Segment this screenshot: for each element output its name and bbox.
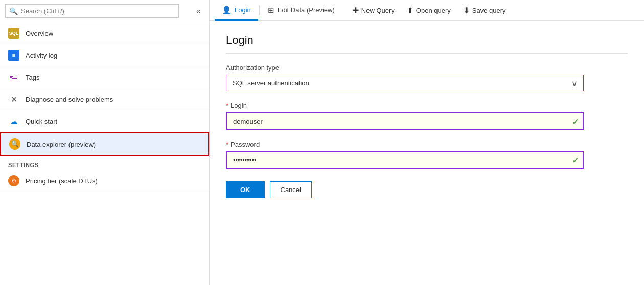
- ok-button[interactable]: OK: [226, 181, 265, 198]
- diagnose-icon: ✕: [8, 93, 19, 105]
- sidebar-item-quick-start[interactable]: ☁ Quick start: [0, 110, 209, 132]
- tab-login[interactable]: 👤 Login: [215, 1, 258, 21]
- new-query-icon: ✚: [352, 6, 359, 15]
- password-field-label: *Password: [226, 140, 628, 148]
- sidebar-item-label: Quick start: [26, 117, 57, 125]
- login-field-group: *Login ✓: [226, 102, 628, 130]
- auth-type-group: Authorization type SQL server authentica…: [226, 64, 628, 91]
- save-query-label: Save query: [472, 7, 506, 14]
- sidebar-item-label: Activity log: [26, 52, 57, 59]
- password-input-wrap: ✓: [226, 151, 584, 169]
- tags-icon: 🏷: [8, 72, 19, 83]
- search-bar: 🔍 «: [0, 0, 209, 22]
- tab-bar: 👤 Login ⊞ Edit Data (Preview) ✚ New Quer…: [210, 0, 644, 21]
- form-buttons: OK Cancel: [226, 181, 628, 198]
- search-icon: 🔍: [9, 7, 18, 15]
- login-tab-icon: 👤: [222, 6, 232, 15]
- content-area: Login Authorization type SQL server auth…: [210, 21, 644, 285]
- new-query-label: New Query: [361, 7, 395, 14]
- tab-edit-data-label: Edit Data (Preview): [278, 6, 335, 14]
- password-field-group: *Password ✓: [226, 140, 628, 169]
- pricing-tier-icon: ⚙: [8, 175, 19, 186]
- sidebar-item-label: Tags: [26, 74, 39, 81]
- sidebar-item-label: Diagnose and solve problems: [26, 96, 113, 103]
- nav-list: SQL Overview ≡ Activity log 🏷 Tags ✕ Dia…: [0, 22, 209, 285]
- login-input[interactable]: [226, 112, 584, 130]
- login-check-icon: ✓: [572, 116, 579, 126]
- login-field-label: *Login: [226, 102, 628, 109]
- sidebar-item-overview[interactable]: SQL Overview: [0, 22, 209, 44]
- auth-type-label: Authorization type: [226, 64, 628, 72]
- open-query-icon: ⬆: [407, 6, 413, 15]
- auth-type-select[interactable]: SQL server authentication: [226, 75, 584, 91]
- cancel-button[interactable]: Cancel: [270, 181, 312, 198]
- password-check-icon: ✓: [572, 155, 579, 165]
- tab-login-label: Login: [235, 6, 251, 14]
- search-input[interactable]: [5, 4, 179, 18]
- activity-log-icon: ≡: [8, 50, 19, 61]
- tab-edit-data[interactable]: ⊞ Edit Data (Preview): [261, 1, 342, 21]
- open-query-button[interactable]: ⬆ Open query: [402, 3, 456, 18]
- login-required-star: *: [226, 102, 228, 109]
- tab-separator: [259, 5, 260, 15]
- sidebar-item-diagnose[interactable]: ✕ Diagnose and solve problems: [0, 88, 209, 110]
- toolbar-buttons: ✚ New Query ⬆ Open query ⬇ Save query: [347, 3, 511, 18]
- sidebar-item-data-explorer[interactable]: 🔍 Data explorer (preview): [0, 132, 209, 156]
- sidebar: 🔍 « SQL Overview ≡ Activity log 🏷 Tags: [0, 0, 210, 285]
- settings-section-header: SETTINGS: [0, 156, 209, 170]
- login-input-wrap: ✓: [226, 112, 584, 130]
- new-query-button[interactable]: ✚ New Query: [347, 3, 400, 18]
- data-explorer-icon: 🔍: [9, 138, 20, 150]
- open-query-label: Open query: [416, 7, 451, 14]
- collapse-sidebar-button[interactable]: «: [193, 5, 204, 18]
- auth-type-select-wrap: SQL server authentication ∨: [226, 75, 584, 91]
- main-area: 👤 Login ⊞ Edit Data (Preview) ✚ New Quer…: [210, 0, 644, 285]
- save-query-button[interactable]: ⬇ Save query: [458, 3, 511, 18]
- sidebar-item-label: Data explorer (preview): [27, 140, 96, 148]
- edit-data-tab-icon: ⊞: [268, 6, 274, 15]
- sidebar-item-activity-log[interactable]: ≡ Activity log: [0, 44, 209, 66]
- quick-start-icon: ☁: [8, 115, 19, 127]
- page-title: Login: [226, 34, 628, 54]
- save-query-icon: ⬇: [463, 6, 470, 15]
- overview-icon: SQL: [8, 28, 19, 39]
- password-input[interactable]: [226, 151, 584, 169]
- sidebar-item-tags[interactable]: 🏷 Tags: [0, 66, 209, 88]
- sidebar-item-label: Pricing tier (scale DTUs): [26, 177, 98, 185]
- sidebar-item-label: Overview: [26, 30, 53, 37]
- sidebar-item-pricing-tier[interactable]: ⚙ Pricing tier (scale DTUs): [0, 170, 209, 192]
- password-required-star: *: [226, 140, 228, 148]
